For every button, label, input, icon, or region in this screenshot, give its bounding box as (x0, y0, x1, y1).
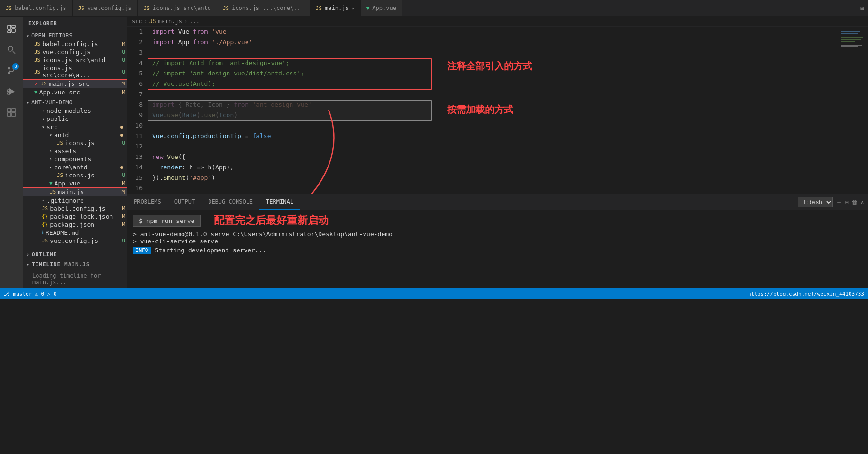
vue-icon: ▼ (49, 180, 53, 186)
modified-badge: M (121, 189, 125, 195)
outline-label: OUTLINE (32, 251, 57, 258)
outline-header[interactable]: › OUTLINE (23, 250, 127, 259)
tab-icons-core[interactable]: JS icons.js ...\core\... (217, 0, 310, 16)
sidebar-item-mainjs-open[interactable]: ✕ JS main.js src M (23, 79, 127, 88)
project-header[interactable]: ▾ ANT-VUE-DEMO (23, 98, 127, 107)
sidebar-item-node-modules[interactable]: › node_modules (23, 107, 127, 115)
sidebar-item-readme[interactable]: ℹ README.md (23, 229, 127, 237)
js-icon: JS (34, 57, 40, 63)
vue-icon: ▼ (34, 89, 37, 95)
file-label: App.vue src (39, 89, 80, 96)
tab-appvue[interactable]: ▼ App.vue (361, 0, 402, 16)
close-icon[interactable]: ✕ (352, 6, 355, 11)
project-label: ANT-VUE-DEMO (31, 99, 73, 106)
svg-rect-14 (12, 109, 15, 112)
svg-rect-19 (841, 33, 858, 34)
tab-mainjs[interactable]: JS main.js ✕ (310, 0, 361, 16)
sidebar-item-icons-antd-tree[interactable]: JS icons.js U (23, 139, 127, 147)
panel-tab-spacer (300, 194, 794, 210)
add-terminal-icon[interactable]: ＋ (836, 198, 842, 206)
js-icon: JS (34, 41, 40, 47)
status-left: ⎇ master ⚠ 0 △ 0 (4, 291, 57, 297)
terminal-output-1: > ant-vue-demo@0.1.0 serve C:\Users\Admi… (133, 231, 862, 238)
modified-badge: M (122, 222, 125, 228)
timeline-header[interactable]: ▾ TIMELINE main.js (23, 259, 127, 269)
source-control-icon[interactable]: 8 (3, 62, 20, 79)
trash-icon[interactable]: 🗑 (851, 199, 858, 206)
project-section: ▾ ANT-VUE-DEMO › node_modules › public ▾… (23, 97, 127, 246)
sidebar-item-core-antd[interactable]: ▾ core\antd (23, 163, 127, 171)
sidebar-item-mainjs-tree[interactable]: JS main.js M (23, 187, 127, 196)
sidebar-item-vueconfig[interactable]: JS vue.config.js U (23, 48, 127, 56)
panel-tab-problems[interactable]: PROBLEMS (127, 194, 168, 210)
sidebar-item-antd[interactable]: ▾ antd (23, 131, 127, 139)
js-icon: JS (223, 5, 229, 11)
js-icon: JS (144, 5, 150, 11)
sidebar-item-appvue-open[interactable]: ▼ App.vue src M (23, 88, 127, 96)
tab-babel[interactable]: JS babel.config.js (0, 0, 73, 16)
terminal-output-2: > vue-cli-service serve (133, 238, 862, 245)
debug-icon[interactable] (3, 83, 20, 100)
close-icon[interactable]: ✕ (35, 81, 38, 87)
sidebar-item-gitignore[interactable]: • .gitignore (23, 196, 127, 204)
chevron-right-icon: › (27, 252, 30, 257)
tab-vue-config[interactable]: JS vue.config.js (73, 0, 138, 16)
code-line-12 (152, 141, 840, 152)
file-label: App.vue (55, 180, 81, 187)
modified-dot (120, 166, 123, 169)
modified-badge: M (122, 205, 125, 212)
svg-rect-0 (8, 25, 11, 29)
sidebar-item-icons-core-tree[interactable]: JS icons.js U (23, 171, 127, 179)
panel-tab-debug[interactable]: DEBUG CONSOLE (201, 194, 259, 210)
sidebar: EXPLORER ▾ OPEN EDITORS JS babel.config.… (23, 17, 127, 288)
js-icon: JS (57, 140, 63, 146)
panel-tab-output[interactable]: OUTPUT (168, 194, 201, 210)
code-editor: 12345 678910 1112131415 16 import Vue fr… (127, 27, 868, 194)
breadcrumb-src: src (132, 18, 142, 25)
untracked-badge: U (122, 69, 125, 75)
sidebar-item-public[interactable]: › public (23, 115, 127, 123)
terminal-prompt-line: $ npm run serve 配置完之后最好重新启动 (133, 213, 862, 228)
bash-select[interactable]: 1: bash (798, 197, 833, 207)
sidebar-item-assets[interactable]: › assets (23, 147, 127, 155)
sidebar-item-src[interactable]: ▾ src (23, 123, 127, 131)
sidebar-item-package-lock[interactable]: {} package-lock.json M (23, 213, 127, 221)
svg-rect-18 (841, 31, 860, 32)
split-terminal-icon[interactable]: ⊟ (845, 199, 849, 206)
open-editors-header[interactable]: ▾ OPEN EDITORS (23, 31, 127, 40)
terminal-annotation-text: 配置完之后最好重新启动 (214, 213, 329, 228)
svg-point-12 (7, 93, 9, 94)
chevron-right-icon: › (49, 157, 52, 162)
split-editor-icon[interactable]: ⊞ (860, 5, 864, 12)
explorer-icon[interactable] (3, 20, 20, 37)
tab-label: icons.js ...\core\... (232, 5, 304, 11)
sidebar-item-icons-antd[interactable]: JS icons.js src\antd U (23, 56, 127, 64)
tab-label: babel.config.js (15, 5, 66, 11)
chevron-down-icon: ▾ (49, 132, 52, 138)
svg-marker-10 (9, 88, 15, 95)
sidebar-item-package-json[interactable]: {} package.json M (23, 221, 127, 229)
chevron-down-icon: ▾ (49, 165, 52, 170)
sidebar-item-appvue-tree[interactable]: ▼ App.vue M (23, 179, 127, 187)
tab-label: vue.config.js (87, 5, 132, 11)
tab-icons-antd[interactable]: JS icons.js src\antd (138, 0, 217, 16)
status-url: https://blog.csdn.net/weixin_44103733 (748, 291, 864, 297)
terminal-content[interactable]: $ npm run serve 配置完之后最好重新启动 > ant-vue-de… (127, 211, 868, 288)
chevron-up-icon[interactable]: ∧ (860, 199, 864, 206)
js-icon: JS (34, 49, 40, 55)
chevron-right-icon: › (42, 116, 45, 121)
sidebar-item-babel-tree[interactable]: JS babel.config.js M (23, 204, 127, 213)
extensions-icon[interactable] (3, 104, 20, 121)
sidebar-title: EXPLORER (23, 17, 127, 30)
code-content[interactable]: import Vue from 'vue' import App from '.… (148, 27, 840, 194)
untracked-badge: U (122, 172, 125, 178)
untracked-badge: U (122, 238, 125, 244)
panel-tab-terminal[interactable]: TERMINAL (259, 194, 300, 210)
sidebar-item-vueconfig-tree[interactable]: JS vue.config.js U (23, 237, 127, 245)
sidebar-item-babel[interactable]: JS babel.config.js M (23, 40, 127, 48)
sidebar-item-icons-core[interactable]: JS icons.js src\core\a... U (23, 64, 127, 79)
sidebar-bottom: › OUTLINE ▾ TIMELINE main.js Loading tim… (23, 250, 127, 288)
folder-label: components (54, 156, 91, 163)
sidebar-item-components[interactable]: › components (23, 155, 127, 163)
search-icon[interactable] (3, 41, 20, 58)
